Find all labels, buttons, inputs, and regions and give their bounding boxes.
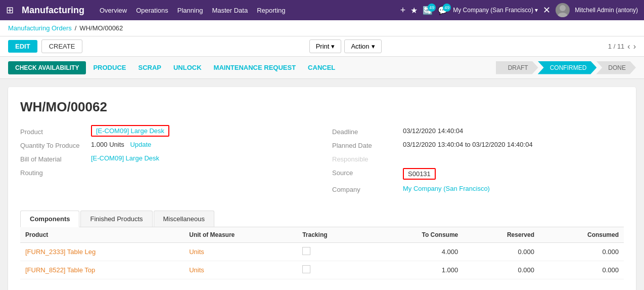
edit-button[interactable]: EDIT — [8, 40, 37, 53]
user-name[interactable]: Mitchell Admin (antony) — [575, 7, 638, 14]
deadline-row: Deadline 03/12/2020 14:40:04 — [332, 127, 624, 136]
product-link[interactable]: [E-COM09] Large Desk — [96, 127, 164, 135]
produce-button[interactable]: PRODUCE — [88, 61, 131, 74]
cell-to-consume: 1.000 — [369, 261, 463, 279]
col-uom: Unit of Measure — [184, 227, 297, 243]
table-body: [FURN_2333] Table Leg Units 4.000 0.000 … — [20, 243, 624, 279]
uom-row-link[interactable]: Units — [189, 248, 204, 256]
tracking-checkbox[interactable] — [302, 265, 310, 273]
status-pipeline: DRAFT CONFIRMED DONE — [496, 61, 636, 74]
prev-arrow[interactable]: ‹ — [627, 42, 630, 51]
source-row: Source S00131 — [332, 168, 624, 180]
app-grid-icon[interactable]: ⊞ — [6, 5, 14, 16]
close-button[interactable]: ✕ — [543, 5, 550, 16]
source-value: S00131 — [403, 168, 436, 180]
nav-links: Overview Operations Planning Master Data… — [100, 7, 395, 14]
quantity-label: Quantity To Produce — [20, 141, 91, 149]
refresh-button[interactable]: 🔄49 — [423, 6, 433, 15]
deadline-label: Deadline — [332, 127, 403, 136]
star-icon[interactable]: ★ — [410, 6, 418, 15]
status-draft[interactable]: DRAFT — [496, 61, 538, 74]
nav-master-data[interactable]: Master Data — [212, 7, 248, 14]
col-reserved: Reserved — [463, 227, 539, 243]
cell-product: [FURN_8522] Table Top — [20, 261, 184, 279]
cell-uom: Units — [184, 261, 297, 279]
nav-reporting[interactable]: Reporting — [257, 7, 285, 14]
breadcrumb: Manufacturing Orders / WH/MO/00062 — [0, 20, 644, 36]
quantity-value: 1.000 Units Update — [91, 141, 151, 148]
form-left-col: Product [E-COM09] Large Desk Quantity To… — [20, 127, 312, 198]
cell-tracking — [297, 261, 369, 279]
bom-link[interactable]: [E-COM09] Large Desk — [91, 154, 159, 162]
planned-date-value: 03/12/2020 13:40:04 to 03/12/2020 14:40:… — [403, 141, 533, 148]
components-table: Product Unit of Measure Tracking To Cons… — [20, 227, 624, 279]
tabs-section: Components Finished Products Miscellaneo… — [20, 211, 624, 279]
company-link[interactable]: My Company (San Francisco) — [403, 185, 490, 192]
create-button[interactable]: CREATE — [41, 39, 83, 53]
company-row: Company My Company (San Francisco) — [332, 185, 624, 193]
tab-miscellaneous[interactable]: Miscellaneous — [154, 211, 214, 227]
check-availability-button[interactable]: CHECK AVAILABILITY — [8, 61, 86, 74]
bom-value: [E-COM09] Large Desk — [91, 154, 159, 162]
source-label: Source — [332, 168, 403, 177]
table-header-row: Product Unit of Measure Tracking To Cons… — [20, 227, 624, 243]
bom-row: Bill of Material [E-COM09] Large Desk — [20, 154, 312, 163]
unlock-button[interactable]: UNLOCK — [168, 61, 207, 74]
company-value: My Company (San Francisco) — [403, 185, 490, 192]
tab-list: Components Finished Products Miscellaneo… — [20, 211, 624, 227]
app-title: Manufacturing — [22, 5, 84, 16]
bom-label: Bill of Material — [20, 154, 91, 163]
product-label: Product — [20, 127, 91, 136]
form-title: WH/MO/00062 — [20, 99, 624, 115]
status-done[interactable]: DONE — [596, 61, 636, 74]
chat-button[interactable]: 💬49 — [438, 6, 448, 15]
tab-finished-products[interactable]: Finished Products — [80, 211, 152, 227]
next-arrow[interactable]: › — [633, 42, 636, 51]
nav-right: + ★ 🔄49 💬49 My Company (San Francisco) ▾… — [400, 3, 638, 17]
nav-planning[interactable]: Planning — [177, 7, 203, 14]
status-confirmed[interactable]: CONFIRMED — [538, 61, 597, 74]
breadcrumb-parent[interactable]: Manufacturing Orders — [8, 24, 72, 32]
toolbar-actions: Print ▾ Action ▾ — [86, 39, 604, 53]
cell-to-consume: 4.000 — [369, 243, 463, 261]
routing-label: Routing — [20, 168, 91, 177]
product-row-link[interactable]: [FURN_2333] Table Leg — [25, 248, 96, 256]
maintenance-request-button[interactable]: MAINTENANCE REQUEST — [209, 61, 301, 74]
cell-product: [FURN_2333] Table Leg — [20, 243, 184, 261]
chat-badge: 49 — [443, 4, 451, 12]
nav-operations[interactable]: Operations — [136, 7, 168, 14]
plus-icon[interactable]: + — [400, 5, 406, 16]
cancel-button[interactable]: CANCEL — [303, 61, 340, 74]
responsible-label: Responsible — [332, 154, 403, 163]
responsible-row: Responsible — [332, 154, 624, 163]
table-row: [FURN_8522] Table Top Units 1.000 0.000 … — [20, 261, 624, 279]
cell-consumed: 0.000 — [539, 243, 624, 261]
breadcrumb-current: WH/MO/00062 — [79, 24, 123, 32]
col-to-consume: To Consume — [369, 227, 463, 243]
col-consumed: Consumed — [539, 227, 624, 243]
quantity-row: Quantity To Produce 1.000 Units Update — [20, 141, 312, 149]
nav-overview[interactable]: Overview — [100, 7, 127, 14]
product-row-link[interactable]: [FURN_8522] Table Top — [25, 266, 95, 274]
breadcrumb-separator: / — [75, 24, 77, 32]
form-card: WH/MO/00062 Product [E-COM09] Large Desk… — [8, 87, 636, 290]
tracking-checkbox[interactable] — [302, 247, 310, 255]
toolbar-pagination: 1 / 11 ‹ › — [608, 42, 636, 51]
update-link[interactable]: Update — [130, 141, 151, 148]
table-row: [FURN_2333] Table Leg Units 4.000 0.000 … — [20, 243, 624, 261]
action-button[interactable]: Action ▾ — [344, 39, 381, 53]
planned-date-label: Planned Date — [332, 141, 403, 149]
tab-components[interactable]: Components — [20, 211, 79, 227]
company-selector[interactable]: My Company (San Francisco) ▾ — [453, 7, 538, 14]
uom-row-link[interactable]: Units — [189, 266, 204, 274]
top-navigation: ⊞ Manufacturing Overview Operations Plan… — [0, 0, 644, 20]
company-label: Company — [332, 185, 403, 193]
avatar — [556, 3, 570, 17]
scrap-button[interactable]: SCRAP — [133, 61, 166, 74]
product-value: [E-COM09] Large Desk — [91, 127, 169, 135]
cell-reserved: 0.000 — [463, 261, 539, 279]
deadline-value: 03/12/2020 14:40:04 — [403, 127, 463, 135]
col-product: Product — [20, 227, 184, 243]
print-button[interactable]: Print ▾ — [309, 39, 342, 53]
action-bar: CHECK AVAILABILITY PRODUCE SCRAP UNLOCK … — [0, 57, 644, 79]
